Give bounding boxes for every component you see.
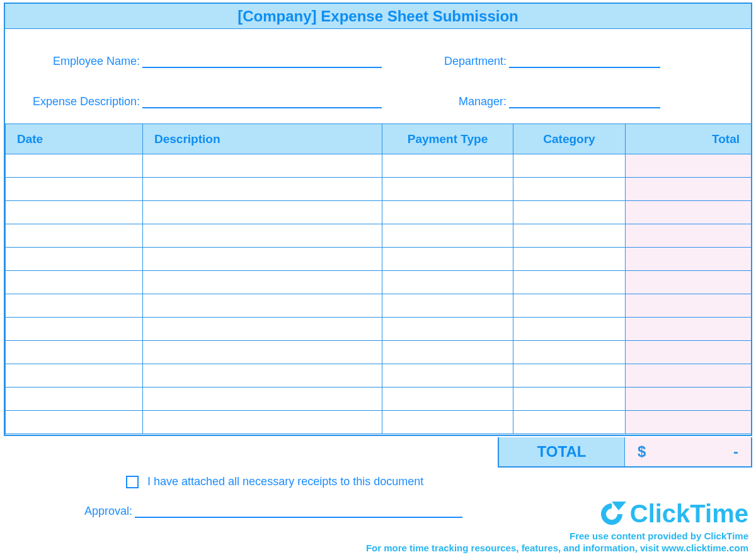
expense-description-field[interactable] bbox=[142, 95, 382, 108]
branding-line-1: Free use content provided by ClickTime bbox=[366, 531, 748, 541]
branding-line-2: For more time tracking resources, featur… bbox=[366, 543, 748, 553]
col-total: Total bbox=[626, 124, 752, 154]
manager-label: Manager: bbox=[413, 95, 509, 108]
table-row[interactable] bbox=[6, 224, 752, 248]
table-row[interactable] bbox=[6, 411, 752, 434]
manager-field[interactable] bbox=[509, 95, 660, 108]
grand-total-currency: $ bbox=[638, 443, 646, 461]
table-row[interactable] bbox=[6, 178, 752, 201]
approval-label: Approval: bbox=[76, 505, 135, 518]
table-row[interactable] bbox=[6, 201, 752, 224]
clicktime-logo: ClickTime bbox=[366, 500, 748, 528]
employee-name-label: Employee Name: bbox=[30, 55, 142, 68]
receipt-checkbox[interactable] bbox=[126, 476, 139, 488]
table-row[interactable] bbox=[6, 341, 752, 364]
col-date: Date bbox=[6, 124, 143, 154]
department-label: Department: bbox=[413, 55, 509, 68]
clock-icon bbox=[597, 502, 626, 527]
col-description: Description bbox=[143, 124, 382, 154]
table-row[interactable] bbox=[6, 294, 752, 318]
receipt-confirmation: I have attached all necessary receipts t… bbox=[126, 475, 423, 488]
grand-total: TOTAL $ - bbox=[498, 437, 752, 468]
grand-total-label: TOTAL bbox=[499, 437, 625, 466]
col-category: Category bbox=[513, 124, 626, 154]
grand-total-amount: - bbox=[733, 443, 738, 461]
table-row[interactable] bbox=[6, 154, 752, 178]
header-fields: Employee Name: Department: Expense Descr… bbox=[5, 29, 751, 123]
employee-name-field[interactable] bbox=[142, 54, 382, 68]
table-row[interactable] bbox=[6, 364, 752, 388]
grand-total-value: $ - bbox=[625, 437, 751, 466]
expense-description-label: Expense Description: bbox=[19, 95, 142, 108]
table-row[interactable] bbox=[6, 388, 752, 411]
branding: ClickTime Free use content provided by C… bbox=[366, 500, 748, 553]
table-row[interactable] bbox=[6, 271, 752, 294]
department-field[interactable] bbox=[509, 54, 660, 68]
expense-sheet: [Company] Expense Sheet Submission Emplo… bbox=[4, 3, 752, 436]
table-row[interactable] bbox=[6, 248, 752, 271]
logo-text: ClickTime bbox=[630, 500, 748, 528]
table-row[interactable] bbox=[6, 318, 752, 341]
receipt-confirmation-text: I have attached all necessary receipts t… bbox=[147, 475, 423, 488]
col-payment-type: Payment Type bbox=[382, 124, 513, 154]
page-title: [Company] Expense Sheet Submission bbox=[5, 4, 751, 29]
expense-table: Date Description Payment Type Category T… bbox=[5, 123, 752, 434]
